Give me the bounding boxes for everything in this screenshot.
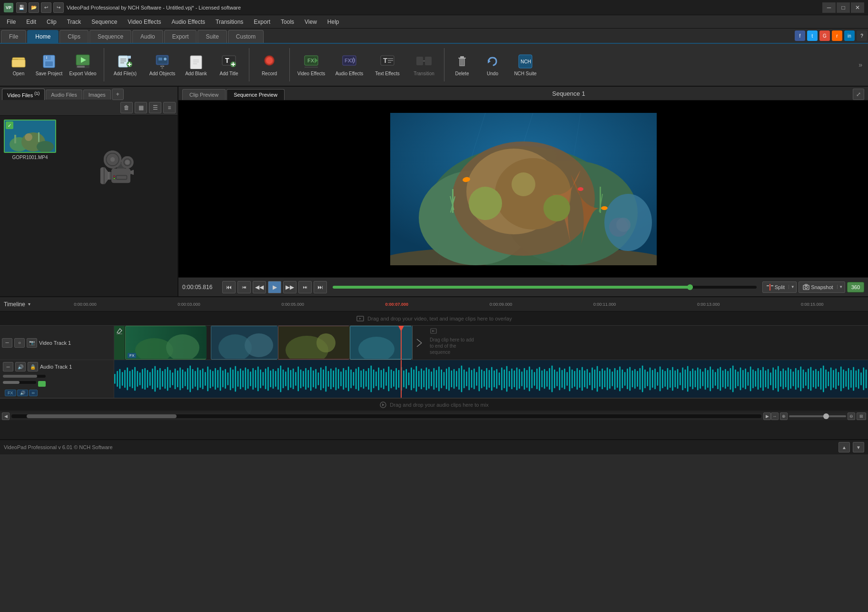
video-clip-1[interactable]: FX (125, 326, 206, 360)
media-tab-audio-files[interactable]: Audio Files (46, 90, 82, 100)
menu-file[interactable]: File (2, 17, 20, 27)
menu-video-effects[interactable]: Video Effects (123, 17, 166, 27)
ribbon-delete-button[interactable]: Delete (447, 48, 477, 81)
volume-handle[interactable] (687, 284, 693, 290)
skip-end-button[interactable]: ⏭ (314, 281, 327, 293)
split-btn-main[interactable]: Split (763, 282, 789, 292)
tab-sequence[interactable]: Sequence (89, 30, 131, 43)
menu-clip[interactable]: Clip (42, 17, 61, 27)
menu-edit[interactable]: Edit (21, 17, 41, 27)
ribbon-more-button[interactable]: » (857, 59, 864, 70)
ribbon-undo-button[interactable]: Undo (478, 48, 507, 81)
media-view-details-button[interactable]: ≡ (163, 102, 176, 113)
status-scroll-down[interactable]: ▼ (853, 442, 864, 452)
volume-bar[interactable] (333, 286, 757, 289)
ribbon-add-objects-button[interactable]: Add Objects (144, 48, 180, 81)
tab-export[interactable]: Export (164, 30, 197, 43)
preview-fullscreen-button[interactable]: ⤢ (853, 89, 864, 100)
media-view-list-button[interactable]: ☰ (149, 102, 161, 113)
zoom-slider[interactable] (789, 415, 846, 417)
media-tab-add[interactable]: + (112, 89, 124, 100)
ribbon-nch-suite-button[interactable]: NCH NCH Suite (508, 48, 542, 81)
video-track-circle[interactable]: ○ (14, 338, 25, 348)
tab-home[interactable]: Home (27, 30, 59, 43)
prev-frame-button[interactable]: ⏮ (237, 281, 251, 293)
overlay-drop-area[interactable]: Drag and drop your video, text and image… (0, 311, 868, 326)
audio-chain-badge[interactable]: ∞ (29, 390, 38, 396)
snapshot-dropdown-arrow[interactable]: ▼ (837, 285, 845, 289)
tab-file[interactable]: File (1, 30, 26, 43)
ribbon-add-files-button[interactable]: Add File(s) (107, 48, 143, 81)
preview-tab-sequence[interactable]: Sequence Preview (227, 89, 285, 100)
tab-clips[interactable]: Clips (59, 30, 89, 43)
audio-waveform[interactable] (114, 360, 868, 398)
menu-help[interactable]: Help (323, 17, 344, 27)
scroll-right-button[interactable]: ▶ (763, 412, 771, 420)
ribbon-save-project-button[interactable]: Save Project (34, 48, 64, 81)
minimize-button[interactable]: ─ (822, 2, 836, 13)
menu-export[interactable]: Export (249, 17, 275, 27)
ribbon-add-blank-button[interactable]: Add Blank (181, 48, 211, 81)
ribbon-record-button[interactable]: Record (252, 48, 286, 81)
ribbon-open-button[interactable]: Open (4, 48, 33, 81)
video-track-camera[interactable]: 📷 (27, 338, 37, 348)
audio-volume-slider[interactable] (3, 375, 46, 378)
media-item-gopr1001[interactable]: ✓ GOPR1001.MP4 (4, 120, 56, 215)
scroll-left-button[interactable]: ◀ (2, 412, 10, 420)
audio-pan-slider[interactable] (3, 381, 36, 384)
scroll-track[interactable] (11, 414, 761, 418)
menu-transitions[interactable]: Transitions (211, 17, 248, 27)
menu-tools[interactable]: Tools (276, 17, 299, 27)
ribbon-transition-button[interactable]: Transition (407, 48, 441, 81)
help-icon[interactable]: ? (857, 30, 867, 41)
tb-open[interactable]: 📂 (29, 2, 39, 13)
status-scroll-up[interactable]: ▲ (838, 442, 850, 452)
menu-view[interactable]: View (300, 17, 322, 27)
split-dropdown-arrow[interactable]: ▼ (789, 285, 796, 289)
social-facebook[interactable]: f (795, 30, 805, 41)
audio-fx-badge[interactable]: FX (5, 390, 16, 396)
social-linkedin[interactable]: in (844, 30, 855, 41)
menu-track[interactable]: Track (62, 17, 86, 27)
rewind-start-button[interactable]: ⏮ (222, 281, 236, 293)
step-back-button[interactable]: ◀◀ (253, 281, 266, 293)
scroll-zoom-in-button[interactable]: ⊕ (780, 412, 788, 420)
step-fwd-button[interactable]: ▶▶ (283, 281, 296, 293)
menu-sequence[interactable]: Sequence (87, 17, 122, 27)
audio-track-mute[interactable]: 🔊 (15, 362, 26, 371)
social-google[interactable]: G (819, 30, 830, 41)
play-button[interactable]: ▶ (268, 281, 281, 293)
preview-tab-clip[interactable]: Clip Preview (182, 89, 226, 100)
maximize-button[interactable]: □ (837, 2, 850, 13)
scroll-thumb[interactable] (27, 414, 177, 418)
split-button[interactable]: Split ▼ (762, 281, 797, 293)
ribbon-export-video-button[interactable]: Export Video (65, 48, 101, 81)
video-clip-4[interactable] (350, 326, 412, 360)
media-delete-button[interactable]: 🗑 (120, 102, 133, 113)
video-clip-3[interactable] (278, 326, 349, 360)
scroll-zoom-out-button[interactable]: ⊖ (848, 412, 855, 420)
audio-track-lock[interactable]: 🔒 (28, 362, 38, 371)
audio-track-minus[interactable]: ─ (3, 362, 13, 371)
snapshot-btn-main[interactable]: Snapshot (799, 282, 837, 292)
media-tab-images[interactable]: Images (83, 90, 111, 100)
audio-drop-area[interactable]: Drag and drop your audio clips here to m… (0, 398, 868, 411)
video-clip-2[interactable] (211, 326, 277, 360)
ribbon-audio-effects-button[interactable]: FX Audio Effects (331, 48, 368, 81)
zoom-handle[interactable] (823, 413, 829, 419)
tb-redo[interactable]: ↪ (53, 2, 64, 13)
ribbon-video-effects-button[interactable]: FX Video Effects (293, 48, 330, 81)
snapshot-button[interactable]: Snapshot ▼ (799, 281, 845, 293)
close-button[interactable]: ✕ (851, 2, 864, 13)
next-frame-button[interactable]: ⏭ (298, 281, 312, 293)
tb-undo[interactable]: ↩ (41, 2, 51, 13)
ribbon-add-title-button[interactable]: T Add Title (212, 48, 246, 81)
tab-audio[interactable]: Audio (132, 30, 163, 43)
social-twitter[interactable]: t (807, 30, 818, 41)
social-reddit[interactable]: r (832, 30, 842, 41)
menu-audio-effects[interactable]: Audio Effects (167, 17, 210, 27)
scroll-fit-width-button[interactable]: ⊞ (857, 412, 866, 420)
video-track-minus[interactable]: ─ (2, 338, 12, 348)
media-tab-video-files[interactable]: Video Files (1) (2, 89, 45, 100)
media-view-thumbs-button[interactable]: ▦ (135, 102, 147, 113)
